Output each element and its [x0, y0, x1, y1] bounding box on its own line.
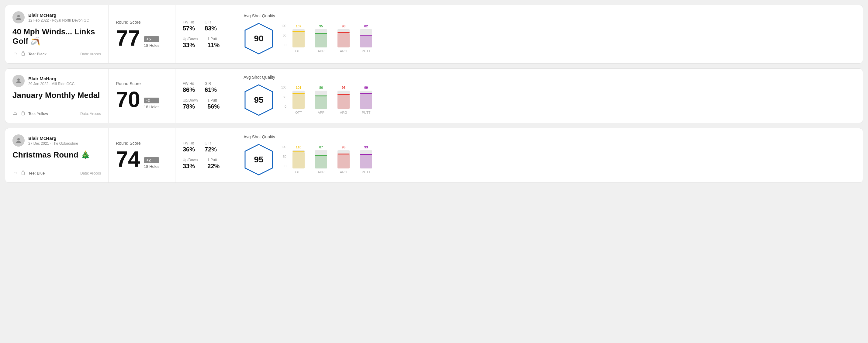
score-number: 70	[116, 89, 140, 111]
bar-group-app: 95 APP	[313, 24, 329, 53]
y-label-100: 100	[281, 86, 286, 89]
card-stats: FW Hit 57% GIR 83% Up/Down 33% 1 Putt 11…	[176, 5, 236, 63]
bar-x-label: ARG	[340, 170, 347, 174]
round-title: Christmas Round 🎄	[12, 150, 101, 160]
stat-fw-hit-value: 86%	[183, 86, 195, 93]
bar-group-app: 87 APP	[313, 145, 329, 174]
stat-oneputt-value: 11%	[207, 42, 219, 49]
round-card: Blair McHarg 27 Dec 2021 · The Oxfordshi…	[5, 128, 863, 183]
avatar-icon	[15, 77, 22, 85]
quality-content: 95 100 50 0 101 OTT 86 APP	[244, 83, 374, 117]
bar-chart: 100 50 0 110 OTT 87 APP 95 A	[281, 145, 374, 174]
y-label-0: 0	[285, 164, 286, 168]
bar-x-label: OTT	[295, 49, 302, 53]
card-quality: Avg Shot Quality 95 100 50 0 110	[236, 128, 863, 182]
tee-label: Tee: Blue	[28, 171, 45, 176]
score-badge: -2	[144, 98, 159, 103]
bar-x-label: OTT	[295, 170, 302, 174]
bar-x-label: PUTT	[362, 49, 371, 53]
stats-row-top: FW Hit 57% GIR 83%	[183, 20, 229, 32]
user-info: Blair McHarg 12 Feb 2022 · Royal North D…	[28, 12, 89, 23]
card-score: Round Score 70 -2 18 Holes	[108, 69, 176, 123]
stat-oneputt-label: 1 Putt	[207, 37, 219, 41]
bar-line	[315, 155, 327, 156]
score-badge: +5	[144, 36, 159, 42]
bar-value: 86	[319, 86, 323, 89]
bar-x-label: APP	[318, 170, 324, 174]
bar-group-arg: 98 ARG	[336, 24, 351, 53]
card-left-bottom: Tee: Black Data: Arccos	[12, 51, 101, 57]
bar-x-label: APP	[318, 49, 324, 53]
bar-group-putt: 93 PUTT	[359, 145, 374, 174]
bar-value: 99	[364, 86, 368, 89]
stat-gir-label: GIR	[205, 82, 217, 86]
stat-updown: Up/Down 78%	[183, 98, 197, 110]
bar-group-app: 86 APP	[313, 86, 329, 114]
score-main: 77 +5 18 Holes	[116, 27, 168, 49]
bar-wrapper	[292, 150, 305, 168]
stat-updown: Up/Down 33%	[183, 37, 197, 49]
quality-content: 95 100 50 0 110 OTT 87 APP	[244, 143, 374, 176]
bar-line	[338, 154, 350, 154]
stat-gir: GIR 61%	[205, 82, 217, 93]
bar-value: 96	[342, 86, 345, 89]
hexagon-score: 95	[254, 95, 263, 105]
bar-wrapper	[338, 150, 350, 168]
hexagon-score: 90	[254, 34, 263, 43]
avatar-icon	[15, 137, 22, 144]
hexagon: 95	[244, 83, 274, 117]
bar-value: 95	[319, 24, 323, 28]
data-source: Data: Arccos	[80, 52, 101, 56]
user-header: Blair McHarg 29 Jan 2022 · Mill Ride GCC	[12, 75, 101, 87]
bar-value: 110	[296, 145, 301, 149]
y-label-0: 0	[285, 105, 286, 108]
score-label: Round Score	[116, 81, 168, 86]
svg-point-0	[17, 15, 20, 17]
stat-gir-value: 72%	[205, 146, 217, 153]
bar-wrapper	[360, 29, 372, 48]
stat-fw-hit-value: 36%	[183, 146, 195, 153]
bar-chart: 100 50 0 101 OTT 86 APP 96 A	[281, 86, 374, 114]
bar-wrapper	[360, 91, 372, 109]
score-details: -2 18 Holes	[144, 98, 159, 111]
quality-section: Avg Shot Quality 90 100 50 0 107	[244, 13, 374, 55]
stat-fw-hit: FW Hit 86%	[183, 82, 195, 93]
stat-fw-hit-label: FW Hit	[183, 141, 195, 145]
stat-fw-hit: FW Hit 57%	[183, 20, 195, 32]
score-number: 74	[116, 148, 140, 170]
stat-gir-value: 61%	[205, 86, 217, 93]
hexagon: 90	[244, 22, 274, 55]
bar-fill	[292, 152, 305, 168]
stat-oneputt: 1 Putt 56%	[207, 98, 219, 110]
stat-updown-label: Up/Down	[183, 37, 197, 41]
bar-value: 82	[364, 24, 368, 28]
bar-group-putt: 99 PUTT	[359, 86, 374, 114]
stat-oneputt: 1 Putt 22%	[207, 158, 219, 170]
bar-fill	[360, 36, 372, 48]
bar-line	[292, 93, 305, 94]
stat-oneputt-value: 56%	[207, 103, 219, 110]
bar-wrapper	[338, 29, 350, 48]
stat-updown-value: 33%	[183, 163, 197, 170]
bar-line	[360, 93, 372, 94]
bar-wrapper	[315, 91, 327, 109]
bar-wrapper	[292, 91, 305, 109]
card-score: Round Score 77 +5 18 Holes	[108, 5, 176, 63]
svg-rect-7	[22, 172, 25, 175]
bar-group-arg: 95 ARG	[336, 145, 351, 174]
stat-updown: Up/Down 33%	[183, 158, 197, 170]
score-holes: 18 Holes	[144, 104, 159, 109]
score-label: Round Score	[116, 20, 168, 25]
bar-wrapper	[338, 91, 350, 109]
bar-value: 93	[364, 145, 368, 149]
tee-info: Tee: Blue	[12, 170, 45, 176]
bar-wrapper	[360, 150, 372, 168]
score-details: +5 18 Holes	[144, 36, 159, 49]
bar-fill	[338, 33, 350, 48]
bar-x-label: ARG	[340, 111, 347, 114]
score-details: +2 18 Holes	[144, 157, 159, 170]
y-label-50: 50	[283, 155, 286, 158]
stat-updown-label: Up/Down	[183, 158, 197, 162]
bar-group-arg: 96 ARG	[336, 86, 351, 114]
bar-fill	[315, 34, 327, 48]
